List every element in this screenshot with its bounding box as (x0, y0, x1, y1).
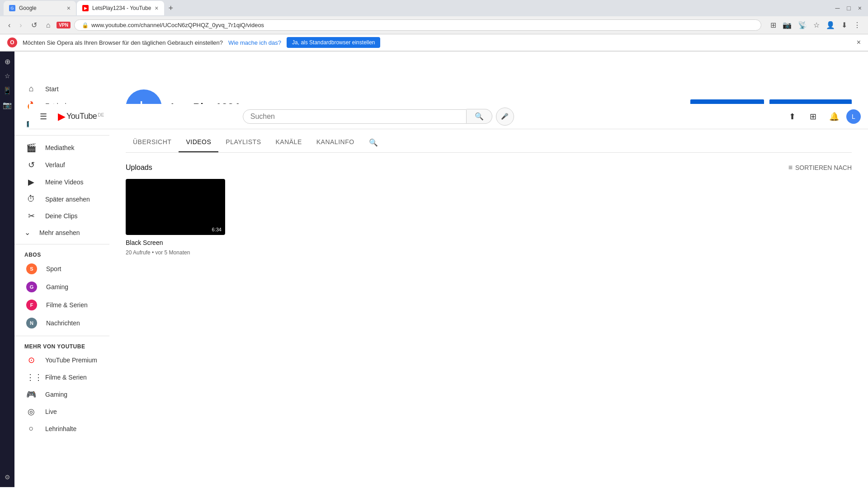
youtube-tab[interactable]: ▶ LetsPlay1234 - YouTube × (77, 1, 164, 15)
search-box[interactable] (243, 109, 467, 124)
sidebar-item-sport[interactable]: S Sport (16, 260, 108, 278)
minimize-button[interactable]: ─ (832, 3, 842, 14)
live-icon: ◎ (26, 407, 36, 417)
video-views: 20 Aufrufe (126, 249, 151, 256)
youtube-favicon: ▶ (82, 5, 89, 11)
close-window-button[interactable]: × (855, 3, 864, 14)
sidebar-divider-1 (14, 135, 109, 136)
sidebar-item-filme[interactable]: F Filme & Serien (16, 296, 108, 314)
opera-sidebar-whatsapp[interactable]: 📱 (1, 84, 14, 97)
clips-icon: ✂ (26, 211, 36, 221)
youtube-logo[interactable]: ▶ YouTube DE (58, 111, 104, 122)
tab-videos[interactable]: VIDEOS (179, 133, 218, 152)
browser-chrome: G Google × ▶ LetsPlay1234 - YouTube × + … (0, 0, 868, 52)
youtube-tab-title: LetsPlay1234 - YouTube (92, 5, 151, 11)
maximize-button[interactable]: □ (844, 3, 853, 14)
browser-actions: ⊞ 📷 📡 ☆ 👤 ⬇ ⋮ (769, 19, 863, 31)
sidebar-item-start[interactable]: ⌂ Start (16, 80, 108, 97)
sort-button[interactable]: ≡ SORTIEREN NACH (788, 164, 852, 172)
extensions-button[interactable]: ⊞ (769, 19, 778, 31)
tab-bar: G Google × ▶ LetsPlay1234 - YouTube × + … (0, 0, 868, 16)
sidebar-label-clips: Deine Clips (45, 212, 78, 220)
address-text: www.youtube.com/channel/UCocN6zQPHQZ_0yv… (91, 22, 264, 28)
download-button[interactable]: ⬇ (840, 19, 849, 31)
learning-icon: ○ (26, 424, 36, 433)
sidebar-item-yt-gaming[interactable]: 🎮 Gaming (16, 386, 108, 403)
upload-button[interactable]: ⬆ (784, 108, 801, 125)
sort-icon: ≡ (788, 164, 793, 172)
apps-button[interactable]: ⊞ (805, 108, 822, 125)
youtube-sidebar: ⌂ Start 🔥 Entdecken 📺 Abos 🎬 Mediathek ↺… (14, 77, 109, 487)
sidebar-item-yt-lehr[interactable]: ○ Lehrinhalte (16, 420, 108, 437)
sidebar-item-spaeter[interactable]: ⏱ Später ansehen (16, 191, 108, 207)
sidebar-divider-3 (14, 336, 109, 336)
menu-button[interactable]: ⋮ (852, 19, 863, 31)
search-button[interactable]: 🔍 (467, 109, 492, 124)
sidebar-label-mediathek: Mediathek (45, 144, 75, 151)
show-more-button[interactable]: ⌄ Mehr ansehen (14, 225, 109, 240)
reload-button[interactable]: ↺ (28, 19, 40, 31)
window-controls: ─ □ × (832, 3, 864, 14)
youtube-layout: ☰ ▶ YouTube DE 🔍 🎤 ⬆ ⊞ 🔔 L (14, 52, 868, 487)
address-field[interactable]: 🔒 www.youtube.com/channel/UCocN6zQPHQZ_0… (74, 19, 761, 31)
video-meta: 20 Aufrufe • vor 5 Monaten (126, 249, 225, 256)
video-uploaded: vor 5 Monaten (156, 249, 190, 256)
opera-sidebar-instagram[interactable]: 📷 (1, 99, 14, 111)
tab-kanaele[interactable]: KANÄLE (268, 133, 309, 152)
sidebar-item-nachrichten[interactable]: N Nachrichten (16, 314, 108, 332)
tab-playlists[interactable]: PLAYLISTS (218, 133, 268, 152)
my-videos-icon: ▶ (26, 177, 36, 187)
video-duration: 6:34 (210, 226, 223, 233)
opera-banner: O Möchten Sie Opera als Ihren Browser fü… (0, 34, 868, 51)
back-button[interactable]: ‹ (5, 19, 13, 31)
google-tab-close[interactable]: × (67, 5, 71, 12)
sidebar-item-yt-premium[interactable]: ⊙ YouTube Premium (16, 352, 108, 369)
video-card[interactable]: 6:34 Black Screen 20 Aufrufe • vor 5 Mon… (126, 179, 225, 256)
home-button[interactable]: ⌂ (43, 19, 53, 31)
video-info: Black Screen 20 Aufrufe • vor 5 Monaten (126, 235, 225, 256)
google-tab[interactable]: G Google × (4, 1, 76, 15)
user-avatar[interactable]: L (846, 109, 861, 124)
sidebar-item-yt-live[interactable]: ◎ Live (16, 403, 108, 420)
sidebar-item-clips[interactable]: ✂ Deine Clips (16, 207, 108, 225)
camera-button[interactable]: 📷 (781, 19, 793, 31)
sidebar-label-yt-filme: Filme & Serien (45, 374, 87, 381)
sidebar-item-gaming[interactable]: G Gaming (16, 278, 108, 296)
cast-button[interactable]: 📡 (796, 19, 809, 31)
opera-banner-link[interactable]: Wie mache ich das? (228, 39, 281, 46)
premium-icon: ⊙ (26, 355, 36, 365)
youtube-main-content: L LetsPlay1234 KANAL ANPASSEN VIDEOS VER… (109, 77, 868, 487)
tab-search-button[interactable]: 🔍 (362, 133, 385, 152)
sidebar-item-mediathek[interactable]: 🎬 Mediathek (16, 139, 108, 156)
voice-search-button[interactable]: 🎤 (496, 108, 514, 126)
search-input[interactable] (250, 113, 459, 121)
section-header-row: Uploads ≡ SORTIEREN NACH (126, 164, 852, 172)
sidebar-item-meine-videos[interactable]: ▶ Meine Videos (16, 174, 108, 191)
hamburger-menu-button[interactable]: ☰ (36, 108, 51, 125)
opera-logo-icon: O (7, 38, 17, 47)
youtube-tab-close[interactable]: × (155, 5, 158, 12)
sidebar-label-sport: Sport (46, 265, 61, 272)
tab-kanalinfo[interactable]: KANALINFO (309, 133, 362, 152)
sidebar-label-yt-gaming: Gaming (45, 391, 67, 398)
sidebar-item-yt-filme[interactable]: ⋮⋮ Filme & Serien (16, 369, 108, 386)
forward-button[interactable]: › (17, 19, 24, 31)
sidebar-label-gaming: Gaming (46, 283, 68, 291)
bookmark-button[interactable]: ☆ (811, 19, 821, 31)
opera-sidebar-bookmarks[interactable]: ☆ (1, 70, 14, 82)
opera-dismiss-button[interactable]: × (857, 38, 861, 47)
tab-uebersicht[interactable]: ÜBERSICHT (126, 133, 179, 152)
opera-banner-message: Möchten Sie Opera als Ihren Browser für … (23, 39, 223, 46)
sidebar-label-verlauf: Verlauf (45, 161, 65, 169)
opera-sidebar-home[interactable]: ⊕ (1, 55, 14, 68)
new-tab-button[interactable]: + (165, 4, 177, 13)
youtube-header: ☰ ▶ YouTube DE 🔍 🎤 ⬆ ⊞ 🔔 L (29, 104, 868, 129)
profile-button[interactable]: 👤 (824, 19, 837, 31)
chevron-down-icon: ⌄ (24, 228, 30, 237)
opera-sidebar-settings[interactable]: ⚙ (1, 471, 14, 483)
opera-accept-button[interactable]: Ja, als Standardbrowser einstellen (287, 37, 380, 48)
nachrichten-channel-icon: N (26, 318, 37, 328)
sidebar-item-verlauf[interactable]: ↺ Verlauf (16, 156, 108, 174)
address-bar-row: ‹ › ↺ ⌂ VPN 🔒 www.youtube.com/channel/UC… (0, 16, 868, 34)
notifications-button[interactable]: 🔔 (826, 108, 843, 125)
